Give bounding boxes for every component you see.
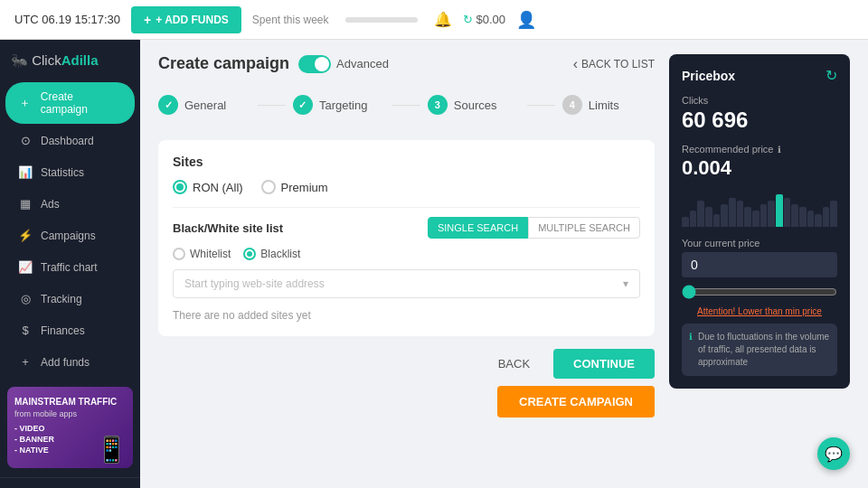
- chart-bar: [807, 211, 815, 227]
- chat-button[interactable]: 💬: [817, 437, 850, 470]
- toggle-switch-control[interactable]: [298, 55, 331, 73]
- balance-display: ↻ $0.00: [463, 13, 506, 26]
- step-sources[interactable]: 3 Sources: [428, 95, 520, 115]
- rec-info-icon: ℹ: [778, 145, 781, 155]
- form-area: Create campaign Advanced BACK TO LIST ✓ …: [158, 54, 655, 474]
- chart-bar: [815, 214, 822, 227]
- add-funds-nav-icon: +: [18, 355, 33, 369]
- chart-bar: [744, 207, 751, 227]
- logo-ant: 🐜: [11, 52, 28, 68]
- user-icon[interactable]: 👤: [516, 10, 536, 30]
- ron-radio[interactable]: RON (All): [173, 180, 243, 194]
- single-search-btn[interactable]: SINGLE SEARCH: [428, 217, 528, 239]
- logo-adilla: Adilla: [61, 52, 99, 68]
- sites-radio-group: RON (All) Premium: [173, 180, 640, 194]
- step-targeting[interactable]: ✓ Targeting: [293, 95, 385, 115]
- minimize-panel[interactable]: ‹ Minimize panel: [0, 477, 140, 488]
- clicks-label: Clicks: [682, 95, 837, 106]
- utc-time: UTC 06.19 15:17:30: [14, 13, 120, 26]
- continue-button[interactable]: CONTINUE: [553, 349, 655, 379]
- page-header: Create campaign Advanced BACK TO LIST: [158, 54, 655, 73]
- refresh-icon[interactable]: ↻: [463, 13, 473, 26]
- main-content: Create campaign Advanced BACK TO LIST ✓ …: [140, 40, 868, 488]
- action-row: BACK CONTINUE: [158, 349, 655, 379]
- chart-bar: [752, 211, 760, 227]
- whitelist-label: Whitelist: [190, 248, 231, 260]
- chart-bar: [830, 201, 837, 227]
- step-divider-3: [527, 105, 555, 106]
- add-funds-button[interactable]: + ADD FUNDS: [131, 6, 241, 33]
- sidebar-item-ads[interactable]: ▦ Ads: [5, 189, 135, 219]
- chart-bar: [760, 204, 768, 227]
- step-sources-label: Sources: [454, 99, 497, 112]
- chart-bar: [776, 194, 783, 227]
- chart-bar: [768, 201, 775, 227]
- back-to-list-link[interactable]: BACK TO LIST: [573, 56, 655, 72]
- step-general[interactable]: ✓ General: [158, 95, 250, 115]
- step-general-label: General: [184, 99, 226, 112]
- step-sources-circle: 3: [428, 95, 448, 115]
- spent-label: Spent this week: [252, 14, 329, 26]
- spent-bar: [345, 17, 418, 23]
- site-input-placeholder: Start typing web-site address: [184, 277, 325, 290]
- chart-bar: [721, 204, 728, 227]
- steps-bar: ✓ General ✓ Targeting 3 Sources: [158, 86, 655, 124]
- whitelist-radio-circle: [173, 248, 185, 260]
- sidebar-label-traffic-chart: Traffic chart: [41, 261, 98, 274]
- ron-label: RON (All): [193, 181, 243, 194]
- sidebar-label-dashboard: Dashboard: [41, 135, 94, 147]
- advanced-toggle[interactable]: Advanced: [298, 55, 389, 73]
- chart-bar: [705, 207, 712, 227]
- chart-bar: [791, 204, 798, 227]
- create-campaign-button[interactable]: CREATE CAMPAIGN: [497, 386, 655, 418]
- premium-radio[interactable]: Premium: [261, 180, 328, 194]
- step-limits[interactable]: 4 Limits: [562, 95, 655, 115]
- sidebar-item-tracking[interactable]: ◎ Tracking: [5, 284, 135, 314]
- price-chart: [682, 191, 837, 227]
- step-targeting-circle: ✓: [293, 95, 313, 115]
- create-row: CREATE CAMPAIGN: [158, 386, 655, 418]
- back-button[interactable]: BACK: [484, 349, 544, 379]
- current-price-label: Your current price: [682, 238, 837, 249]
- page-title: Create campaign: [158, 54, 289, 73]
- step-divider-1: [258, 105, 286, 106]
- site-address-input[interactable]: Start typing web-site address ▾: [173, 269, 640, 298]
- sidebar-item-create-campaign[interactable]: ＋ Create campaign: [5, 82, 135, 124]
- chart-bar: [823, 207, 830, 227]
- multiple-search-btn[interactable]: MULTIPLE SEARCH: [528, 217, 640, 239]
- sidebar-label-ads: Ads: [41, 198, 60, 211]
- banner-title: MAINSTREAM TRAFFIC: [14, 396, 126, 408]
- banner-subtitle: from mobile apps: [14, 409, 126, 418]
- no-sites-message: There are no added sites yet: [173, 309, 640, 322]
- topbar: UTC 06.19 15:17:30 + ADD FUNDS Spent thi…: [0, 0, 868, 40]
- current-price-input[interactable]: [682, 252, 837, 277]
- pricebox: Pricebox ↻ Clicks 60 696 Recommended pri…: [669, 54, 850, 474]
- whitelist-radio[interactable]: Whitelist: [173, 248, 231, 260]
- sidebar-label-create-campaign: Create campaign: [41, 90, 122, 116]
- pricebox-card: Pricebox ↻ Clicks 60 696 Recommended pri…: [669, 54, 850, 389]
- sidebar-item-statistics[interactable]: 📊 Statistics: [5, 157, 135, 187]
- toggle-label: Advanced: [336, 57, 389, 70]
- ads-icon: ▦: [18, 197, 33, 211]
- pricebox-refresh-icon[interactable]: ↻: [826, 67, 837, 84]
- sidebar-item-campaigns[interactable]: ⚡ Campaigns: [5, 221, 135, 250]
- create-campaign-icon: ＋: [18, 95, 33, 111]
- sidebar-item-dashboard[interactable]: ⊙ Dashboard: [5, 126, 135, 155]
- blacklist-radio[interactable]: Blacklist: [243, 248, 300, 260]
- statistics-icon: 📊: [18, 165, 33, 179]
- banner-tag-video: - VIDEO: [14, 424, 126, 433]
- chart-bar: [784, 198, 791, 227]
- recommended-price-value: 0.004: [682, 156, 837, 180]
- sidebar-item-add-funds[interactable]: + Add funds: [5, 347, 135, 377]
- sidebar-item-traffic-chart[interactable]: 📈 Traffic chart: [5, 252, 135, 282]
- bell-icon[interactable]: 🔔: [434, 11, 452, 28]
- info-box: ℹ Due to fluctuations in the volume of t…: [682, 324, 837, 376]
- clicks-value: 60 696: [682, 108, 837, 133]
- tracking-icon: ◎: [18, 292, 33, 305]
- logo: 🐜 ClickAdilla: [0, 40, 140, 81]
- price-slider[interactable]: [682, 285, 837, 299]
- logo-click: Click: [32, 52, 61, 68]
- chart-bar: [729, 198, 736, 227]
- step-divider-2: [392, 105, 420, 106]
- sidebar-item-finances[interactable]: $ Finances: [5, 315, 135, 345]
